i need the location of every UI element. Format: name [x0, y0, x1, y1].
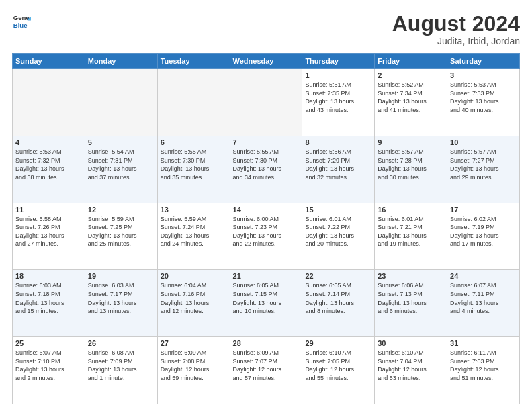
day-info: Sunrise: 6:09 AM Sunset: 7:07 PM Dayligh…: [233, 349, 300, 382]
day-info: Sunrise: 6:11 AM Sunset: 7:03 PM Dayligh…: [450, 349, 517, 382]
day-number: 22: [305, 272, 371, 280]
day-info: Sunrise: 5:53 AM Sunset: 7:33 PM Dayligh…: [450, 81, 517, 114]
day-info: Sunrise: 5:55 AM Sunset: 7:30 PM Dayligh…: [161, 148, 227, 181]
day-info: Sunrise: 6:09 AM Sunset: 7:08 PM Dayligh…: [161, 349, 227, 382]
day-number: 25: [15, 339, 82, 347]
day-info: Sunrise: 6:01 AM Sunset: 7:22 PM Dayligh…: [305, 215, 371, 248]
day-number: 10: [450, 138, 517, 146]
calendar-cell: 30Sunrise: 6:10 AM Sunset: 7:04 PM Dayli…: [375, 337, 447, 404]
calendar-cell: [157, 69, 230, 136]
calendar-cell: 26Sunrise: 6:08 AM Sunset: 7:09 PM Dayli…: [85, 337, 157, 404]
calendar-week-2: 4Sunrise: 5:53 AM Sunset: 7:32 PM Daylig…: [13, 136, 520, 203]
day-info: Sunrise: 5:58 AM Sunset: 7:26 PM Dayligh…: [15, 215, 82, 248]
calendar-cell: 18Sunrise: 6:03 AM Sunset: 7:18 PM Dayli…: [13, 270, 85, 337]
day-number: 12: [88, 205, 154, 214]
day-info: Sunrise: 5:54 AM Sunset: 7:31 PM Dayligh…: [88, 148, 154, 181]
calendar-cell: 14Sunrise: 6:00 AM Sunset: 7:23 PM Dayli…: [230, 203, 302, 270]
day-info: Sunrise: 6:03 AM Sunset: 7:17 PM Dayligh…: [88, 281, 154, 315]
day-number: 7: [233, 138, 300, 146]
header-row: Sunday Monday Tuesday Wednesday Thursday…: [13, 54, 520, 69]
day-info: Sunrise: 5:52 AM Sunset: 7:34 PM Dayligh…: [378, 81, 444, 114]
calendar-cell: 28Sunrise: 6:09 AM Sunset: 7:07 PM Dayli…: [230, 337, 302, 404]
logo-icon: General Blue: [12, 12, 31, 31]
calendar-cell: 7Sunrise: 5:55 AM Sunset: 7:30 PM Daylig…: [230, 136, 302, 203]
col-friday: Friday: [375, 54, 447, 69]
title-block: August 2024 Judita, Irbid, Jordan: [392, 12, 520, 46]
day-info: Sunrise: 6:02 AM Sunset: 7:19 PM Dayligh…: [450, 215, 517, 248]
day-number: 29: [305, 339, 371, 347]
day-info: Sunrise: 6:04 AM Sunset: 7:16 PM Dayligh…: [161, 281, 227, 315]
page: General Blue August 2024 Judita, Irbid, …: [0, 0, 532, 411]
day-info: Sunrise: 5:56 AM Sunset: 7:29 PM Dayligh…: [305, 148, 371, 181]
calendar-cell: 13Sunrise: 5:59 AM Sunset: 7:24 PM Dayli…: [157, 203, 230, 270]
day-info: Sunrise: 6:00 AM Sunset: 7:23 PM Dayligh…: [233, 215, 300, 248]
calendar-title: August 2024: [392, 12, 520, 36]
calendar-location: Judita, Irbid, Jordan: [392, 36, 520, 46]
calendar-week-4: 18Sunrise: 6:03 AM Sunset: 7:18 PM Dayli…: [13, 270, 520, 337]
calendar-cell: 27Sunrise: 6:09 AM Sunset: 7:08 PM Dayli…: [157, 337, 230, 404]
calendar-cell: 25Sunrise: 6:07 AM Sunset: 7:10 PM Dayli…: [13, 337, 85, 404]
svg-text:Blue: Blue: [13, 21, 28, 29]
calendar-cell: 9Sunrise: 5:57 AM Sunset: 7:28 PM Daylig…: [375, 136, 447, 203]
day-number: 24: [450, 272, 517, 280]
calendar-cell: 8Sunrise: 5:56 AM Sunset: 7:29 PM Daylig…: [302, 136, 375, 203]
calendar-cell: 10Sunrise: 5:57 AM Sunset: 7:27 PM Dayli…: [447, 136, 520, 203]
day-info: Sunrise: 5:59 AM Sunset: 7:25 PM Dayligh…: [88, 215, 154, 248]
calendar-cell: 29Sunrise: 6:10 AM Sunset: 7:05 PM Dayli…: [302, 337, 375, 404]
calendar-cell: 23Sunrise: 6:06 AM Sunset: 7:13 PM Dayli…: [375, 270, 447, 337]
calendar-week-1: 1Sunrise: 5:51 AM Sunset: 7:35 PM Daylig…: [13, 69, 520, 136]
day-info: Sunrise: 5:55 AM Sunset: 7:30 PM Dayligh…: [233, 148, 300, 181]
calendar-cell: 16Sunrise: 6:01 AM Sunset: 7:21 PM Dayli…: [375, 203, 447, 270]
col-monday: Monday: [85, 54, 157, 69]
day-number: 28: [233, 339, 300, 347]
calendar-cell: 2Sunrise: 5:52 AM Sunset: 7:34 PM Daylig…: [375, 69, 447, 136]
day-number: 26: [88, 339, 154, 347]
day-number: 30: [378, 339, 444, 347]
calendar-cell: 4Sunrise: 5:53 AM Sunset: 7:32 PM Daylig…: [13, 136, 85, 203]
calendar-cell: [85, 69, 157, 136]
day-info: Sunrise: 6:10 AM Sunset: 7:04 PM Dayligh…: [378, 349, 444, 382]
calendar-cell: 11Sunrise: 5:58 AM Sunset: 7:26 PM Dayli…: [13, 203, 85, 270]
calendar-cell: 5Sunrise: 5:54 AM Sunset: 7:31 PM Daylig…: [85, 136, 157, 203]
calendar-cell: 1Sunrise: 5:51 AM Sunset: 7:35 PM Daylig…: [302, 69, 375, 136]
day-info: Sunrise: 6:07 AM Sunset: 7:10 PM Dayligh…: [15, 349, 82, 382]
day-info: Sunrise: 6:07 AM Sunset: 7:11 PM Dayligh…: [450, 281, 517, 315]
day-info: Sunrise: 5:53 AM Sunset: 7:32 PM Dayligh…: [15, 148, 82, 181]
calendar-cell: 19Sunrise: 6:03 AM Sunset: 7:17 PM Dayli…: [85, 270, 157, 337]
calendar-cell: [230, 69, 302, 136]
calendar-week-5: 25Sunrise: 6:07 AM Sunset: 7:10 PM Dayli…: [13, 337, 520, 404]
day-number: 8: [305, 138, 371, 146]
calendar-cell: 20Sunrise: 6:04 AM Sunset: 7:16 PM Dayli…: [157, 270, 230, 337]
day-info: Sunrise: 5:51 AM Sunset: 7:35 PM Dayligh…: [305, 81, 371, 114]
day-info: Sunrise: 6:08 AM Sunset: 7:09 PM Dayligh…: [88, 349, 154, 382]
day-number: 3: [450, 71, 517, 79]
day-number: 31: [450, 339, 517, 347]
day-number: 1: [305, 71, 371, 79]
calendar-cell: 12Sunrise: 5:59 AM Sunset: 7:25 PM Dayli…: [85, 203, 157, 270]
col-sunday: Sunday: [13, 54, 85, 69]
calendar-cell: 6Sunrise: 5:55 AM Sunset: 7:30 PM Daylig…: [157, 136, 230, 203]
calendar-cell: 24Sunrise: 6:07 AM Sunset: 7:11 PM Dayli…: [447, 270, 520, 337]
day-number: 2: [378, 71, 444, 79]
calendar-cell: 15Sunrise: 6:01 AM Sunset: 7:22 PM Dayli…: [302, 203, 375, 270]
col-thursday: Thursday: [302, 54, 375, 69]
day-info: Sunrise: 6:01 AM Sunset: 7:21 PM Dayligh…: [378, 215, 444, 248]
day-number: 6: [161, 138, 227, 146]
day-number: 13: [161, 205, 227, 214]
day-info: Sunrise: 6:05 AM Sunset: 7:15 PM Dayligh…: [233, 281, 300, 315]
calendar-cell: 21Sunrise: 6:05 AM Sunset: 7:15 PM Dayli…: [230, 270, 302, 337]
col-wednesday: Wednesday: [230, 54, 302, 69]
calendar-cell: 22Sunrise: 6:05 AM Sunset: 7:14 PM Dayli…: [302, 270, 375, 337]
day-info: Sunrise: 5:59 AM Sunset: 7:24 PM Dayligh…: [161, 215, 227, 248]
calendar-week-3: 11Sunrise: 5:58 AM Sunset: 7:26 PM Dayli…: [13, 203, 520, 270]
col-tuesday: Tuesday: [157, 54, 230, 69]
day-info: Sunrise: 6:05 AM Sunset: 7:14 PM Dayligh…: [305, 281, 371, 315]
day-number: 17: [450, 205, 517, 214]
logo: General Blue: [12, 12, 31, 31]
day-number: 18: [15, 272, 82, 280]
day-number: 16: [378, 205, 444, 214]
day-number: 15: [305, 205, 371, 214]
day-info: Sunrise: 5:57 AM Sunset: 7:27 PM Dayligh…: [450, 148, 517, 181]
day-number: 9: [378, 138, 444, 146]
day-number: 14: [233, 205, 300, 214]
